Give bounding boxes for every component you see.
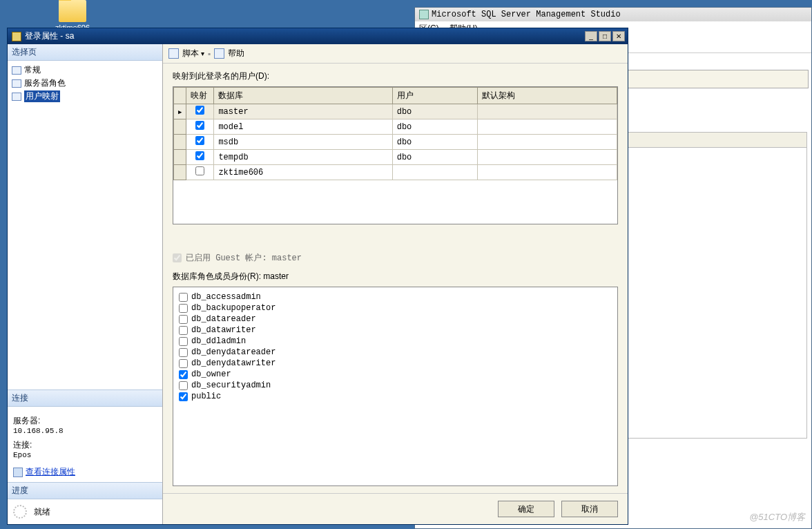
user-cell[interactable]: dbo	[392, 119, 477, 135]
map-checkbox[interactable]	[195, 166, 204, 175]
role-checkbox[interactable]	[179, 337, 188, 346]
login-properties-dialog: 登录属性 - sa _ □ ✕ 选择页 常规 服务器角色 用户映射 连接 服务器…	[7, 28, 628, 525]
map-checkbox[interactable]	[195, 121, 204, 130]
folder-icon	[59, 0, 86, 22]
mapping-grid[interactable]: 映射 数据库 用户 默认架构 masterdbomodeldbomsdbdbot…	[173, 87, 617, 180]
role-name: db_securityadmin	[191, 381, 271, 390]
user-cell[interactable]: dbo	[392, 150, 477, 165]
dialog-titlebar[interactable]: 登录属性 - sa _ □ ✕	[8, 28, 628, 44]
view-connection-props[interactable]: 查看连接属性	[13, 466, 157, 478]
mapping-grid-wrap: 映射 数据库 用户 默认架构 masterdbomodeldbomsdbdbot…	[173, 86, 618, 224]
role-name: db_accessadmin	[191, 292, 261, 302]
col-default-schema[interactable]: 默认架构	[477, 88, 617, 104]
role-item[interactable]: db_owner	[179, 369, 612, 380]
page-server-roles[interactable]: 服务器角色	[10, 77, 160, 90]
database-cell[interactable]: master	[214, 104, 392, 119]
close-button[interactable]: ✕	[612, 31, 625, 41]
page-general[interactable]: 常规	[10, 64, 160, 77]
role-item[interactable]: db_ddladmin	[179, 336, 612, 347]
role-item[interactable]: db_denydatawriter	[179, 358, 612, 369]
page-tree: 常规 服务器角色 用户映射	[8, 61, 162, 106]
connection-header: 连接	[8, 389, 162, 407]
conn-value: Epos	[13, 451, 157, 459]
table-row[interactable]: msdbdbo	[174, 135, 617, 150]
role-checkbox[interactable]	[179, 315, 188, 324]
ok-button[interactable]: 确定	[498, 501, 554, 517]
table-row[interactable]: masterdbo	[174, 104, 617, 119]
dialog-icon	[12, 32, 21, 41]
dialog-main: 脚本 ▪ 帮助 映射到此登录名的用户(D): 映射 数据库 用户 默认架构	[163, 44, 628, 524]
role-checkbox[interactable]	[179, 370, 188, 379]
role-name: db_owner	[191, 369, 231, 379]
page-icon	[12, 93, 21, 101]
database-cell[interactable]: model	[214, 119, 392, 135]
help-button[interactable]: 帮助	[228, 48, 244, 59]
server-label: 服务器:	[13, 415, 157, 427]
select-page-header: 选择页	[8, 44, 162, 61]
database-cell[interactable]: tempdb	[214, 150, 392, 165]
role-name: db_ddladmin	[191, 336, 246, 346]
role-name: db_backupoperator	[191, 303, 276, 313]
table-row[interactable]: tempdbdbo	[174, 150, 617, 165]
map-checkbox-cell[interactable]	[186, 150, 214, 165]
role-checkbox[interactable]	[179, 293, 188, 302]
role-item[interactable]: db_securityadmin	[179, 380, 612, 391]
user-cell[interactable]: dbo	[392, 135, 477, 150]
roles-list[interactable]: db_accessadmindb_backupoperatordb_datare…	[173, 287, 618, 486]
maximize-button[interactable]: □	[599, 31, 611, 41]
role-checkbox[interactable]	[179, 381, 188, 390]
role-item[interactable]: db_accessadmin	[179, 291, 612, 302]
role-name: db_datawriter	[191, 325, 256, 335]
col-user[interactable]: 用户	[392, 88, 477, 104]
user-cell[interactable]: dbo	[392, 104, 477, 119]
role-checkbox[interactable]	[179, 359, 188, 368]
watermark: @51CTO博客	[749, 511, 805, 523]
schema-cell[interactable]	[477, 165, 617, 180]
role-item[interactable]: db_datareader	[179, 314, 612, 325]
map-checkbox[interactable]	[195, 136, 204, 145]
schema-cell[interactable]	[477, 104, 617, 119]
database-cell[interactable]: zktime606	[214, 165, 392, 180]
ssms-titlebar: Microsoft SQL Server Management Studio	[415, 8, 811, 21]
minimize-button[interactable]: _	[585, 31, 597, 41]
role-item[interactable]: db_backupoperator	[179, 302, 612, 314]
map-checkbox[interactable]	[195, 106, 204, 115]
progress-ring-icon	[13, 505, 27, 519]
col-database[interactable]: 数据库	[214, 88, 392, 104]
row-header	[174, 135, 186, 150]
page-icon	[12, 66, 21, 75]
role-item[interactable]: public	[179, 391, 612, 402]
role-item[interactable]: db_denydatareader	[179, 347, 612, 358]
role-checkbox[interactable]	[179, 392, 188, 401]
database-cell[interactable]: msdb	[214, 135, 392, 150]
roles-label: 数据库角色成员身份(R): master	[173, 271, 618, 282]
dialog-footer: 确定 取消	[163, 493, 628, 524]
role-checkbox[interactable]	[179, 326, 188, 335]
cancel-button[interactable]: 取消	[561, 501, 618, 517]
guest-checkbox	[173, 253, 182, 262]
table-row[interactable]: zktime606	[174, 165, 617, 180]
table-row[interactable]: modeldbo	[174, 119, 617, 135]
role-item[interactable]: db_datawriter	[179, 325, 612, 336]
properties-icon	[13, 468, 23, 477]
page-user-mapping[interactable]: 用户映射	[10, 90, 160, 103]
role-name: db_denydatawriter	[191, 358, 276, 368]
map-checkbox[interactable]	[195, 151, 204, 160]
schema-cell[interactable]	[477, 119, 617, 135]
row-header	[174, 165, 186, 180]
script-button[interactable]: 脚本	[182, 48, 204, 59]
schema-cell[interactable]	[477, 150, 617, 165]
mapping-label: 映射到此登录名的用户(D):	[173, 70, 618, 82]
schema-cell[interactable]	[477, 135, 617, 150]
map-checkbox-cell[interactable]	[186, 119, 214, 135]
user-cell[interactable]	[392, 165, 477, 180]
role-checkbox[interactable]	[179, 348, 188, 357]
server-value: 10.168.95.8	[13, 427, 157, 435]
col-map[interactable]: 映射	[186, 88, 214, 104]
map-checkbox-cell[interactable]	[186, 165, 214, 180]
dialog-title: 登录属性 - sa	[25, 30, 74, 42]
role-checkbox[interactable]	[179, 304, 188, 313]
map-checkbox-cell[interactable]	[186, 135, 214, 150]
ssms-app-icon	[419, 10, 429, 19]
map-checkbox-cell[interactable]	[186, 104, 214, 119]
